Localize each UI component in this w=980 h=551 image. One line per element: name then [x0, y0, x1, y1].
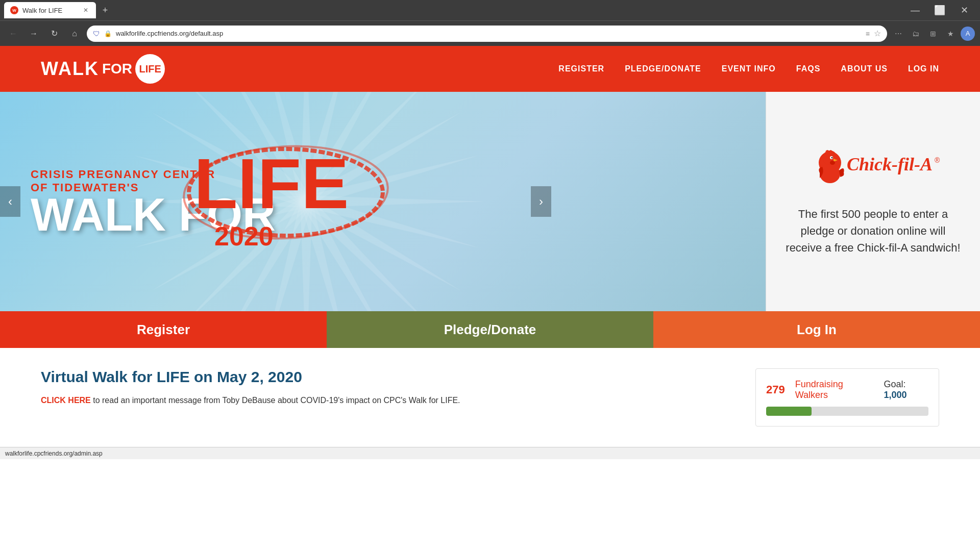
- reader-mode-icon: ≡: [866, 30, 870, 38]
- logo-walk-text: WALK: [41, 58, 99, 80]
- url-field[interactable]: 🛡 🔒 walkforlife.cpcfriends.org/default.a…: [87, 26, 887, 42]
- maximize-button[interactable]: ⬜: [928, 0, 951, 20]
- window-controls: — ⬜ ✕: [903, 0, 976, 20]
- stats-row: 279 Fundraising Walkers Goal: 1,000: [766, 379, 928, 400]
- refresh-button[interactable]: ↻: [46, 26, 62, 42]
- svg-point-29: [831, 157, 832, 158]
- browser-toolbar-icons: ⋯ 🗂 ⊞ ★ A: [891, 27, 975, 41]
- logo-for-text: FOR: [102, 61, 132, 77]
- nav-about-us[interactable]: ABOUT US: [841, 64, 888, 73]
- description-text: to read an important message from Toby D…: [93, 396, 460, 405]
- address-bar: ← → ↻ ⌂ 🛡 🔒 walkforlife.cpcfriends.org/d…: [0, 20, 980, 46]
- site-header: WALK FOR LIFE REGISTER PLEDGE/DONATE EVE…: [0, 46, 980, 92]
- life-ellipse-graphic: [179, 141, 393, 243]
- nav-pledge-donate[interactable]: PLEDGE/DONATE: [625, 64, 701, 73]
- security-icon: 🛡: [93, 30, 100, 38]
- hero-side-panel: Chick-fil-A ® The first 500 people to en…: [766, 92, 980, 311]
- hero-section: ‹ CRISIS PREGNANCY CENTER OF TIDEWATER'S…: [0, 92, 980, 311]
- progress-bar-fill: [766, 407, 812, 416]
- tab-favicon: W: [10, 6, 18, 14]
- forward-button[interactable]: →: [26, 26, 42, 42]
- click-here-link[interactable]: CLICK HERE: [41, 396, 91, 405]
- close-tab-button[interactable]: ✕: [82, 6, 90, 14]
- hamburger-menu-icon[interactable]: ⋯: [891, 27, 905, 41]
- nav-event-info[interactable]: EVENT INFO: [722, 64, 776, 73]
- new-tab-button[interactable]: +: [98, 3, 112, 17]
- url-lock-icon: 🔒: [104, 30, 112, 37]
- home-button[interactable]: ⌂: [66, 26, 83, 42]
- status-url: walkforlife.cpcfriends.org/admin.asp: [5, 450, 103, 457]
- collections-icon[interactable]: 🗂: [909, 27, 923, 41]
- site-nav: REGISTER PLEDGE/DONATE EVENT INFO FAQS A…: [558, 64, 939, 73]
- nav-register[interactable]: REGISTER: [558, 64, 604, 73]
- close-window-button[interactable]: ✕: [952, 0, 976, 20]
- chick-fil-a-logo: Chick-fil-A ®: [802, 147, 945, 195]
- profile-icon[interactable]: A: [961, 27, 975, 41]
- back-button[interactable]: ←: [5, 26, 21, 42]
- svg-text:®: ®: [935, 156, 940, 164]
- status-bar: walkforlife.cpcfriends.org/admin.asp: [0, 447, 980, 459]
- walkers-count: 279: [766, 383, 785, 396]
- svg-point-31: [820, 165, 840, 183]
- register-cta-button[interactable]: Register: [0, 311, 327, 348]
- carousel-next-button[interactable]: ›: [531, 186, 551, 217]
- carousel-prev-button[interactable]: ‹: [0, 186, 20, 217]
- svg-point-25: [182, 141, 390, 243]
- split-view-icon[interactable]: ⊞: [926, 27, 940, 41]
- virtual-walk-title: Virtual Walk for LIFE on May 2, 2020: [41, 368, 735, 386]
- chick-fil-a-svg: Chick-fil-A ®: [802, 147, 945, 193]
- browser-chrome: W Walk for LIFE ✕ + — ⬜ ✕ ← → ↻ ⌂ 🛡 🔒 wa…: [0, 0, 980, 46]
- nav-log-in[interactable]: LOG IN: [908, 64, 939, 73]
- svg-point-30: [830, 161, 835, 165]
- stats-box: 279 Fundraising Walkers Goal: 1,000: [755, 368, 939, 427]
- hero-side-promotion-text: The first 500 people to enter a pledge o…: [781, 206, 965, 256]
- site-logo[interactable]: WALK FOR LIFE: [41, 54, 165, 84]
- logo-life-badge: LIFE: [135, 54, 165, 84]
- main-description: CLICK HERE to read an important message …: [41, 394, 735, 407]
- goal-number: 1,000: [884, 390, 906, 400]
- bookmark-star-icon[interactable]: ☆: [874, 29, 881, 38]
- url-text: walkforlife.cpcfriends.org/default.asp: [116, 30, 223, 37]
- cta-buttons-section: Register Pledge/Donate Log In: [0, 311, 980, 348]
- favorites-icon[interactable]: ★: [943, 27, 958, 41]
- main-left-panel: Virtual Walk for LIFE on May 2, 2020 CLI…: [41, 368, 735, 427]
- hero-life-area: LIFE 2020: [194, 152, 349, 252]
- nav-faqs[interactable]: FAQS: [796, 64, 821, 73]
- minimize-button[interactable]: —: [903, 0, 927, 20]
- pledge-donate-cta-button[interactable]: Pledge/Donate: [327, 311, 653, 348]
- hero-main-panel: ‹ CRISIS PREGNANCY CENTER OF TIDEWATER'S…: [0, 92, 766, 311]
- walkers-label: Fundraising Walkers: [795, 379, 874, 400]
- svg-text:Chick-fil-A: Chick-fil-A: [847, 154, 933, 174]
- progress-bar-background: [766, 407, 928, 416]
- login-cta-button[interactable]: Log In: [653, 311, 980, 348]
- browser-tab-bar: W Walk for LIFE ✕ + — ⬜ ✕: [0, 0, 980, 20]
- logo-life-text: LIFE: [139, 63, 161, 75]
- tab-title: Walk for LIFE: [22, 7, 62, 14]
- browser-tab[interactable]: W Walk for LIFE ✕: [4, 2, 96, 18]
- main-content: Virtual Walk for LIFE on May 2, 2020 CLI…: [0, 348, 980, 447]
- goal-label: Goal: 1,000: [884, 379, 928, 400]
